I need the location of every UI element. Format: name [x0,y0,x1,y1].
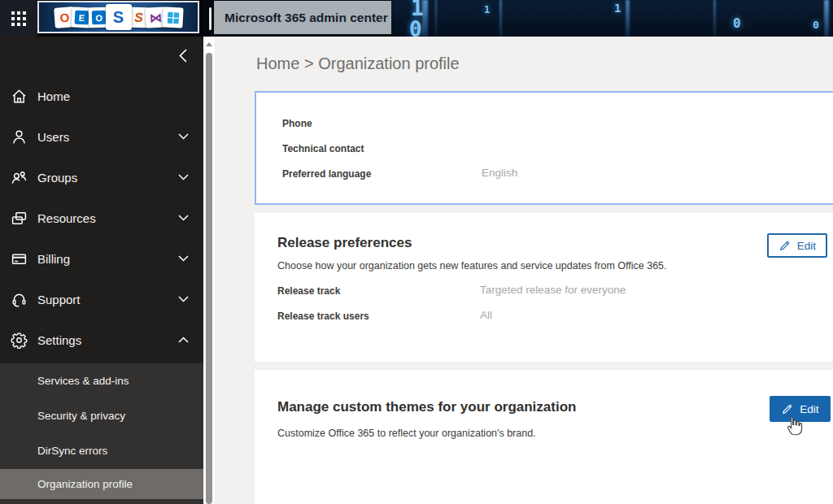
top-bar: O E O S S ⋈ [0,0,833,37]
custom-themes-card: Manage custom themes for your organizati… [255,370,833,504]
waffle-icon [11,11,26,26]
app-title[interactable]: Microsoft 365 admin center [214,1,391,34]
field-label-release-track-users: Release track users [277,311,369,322]
sidebar-item-billing[interactable]: Billing [0,238,203,279]
pencil-icon [778,240,791,252]
page: O E O S S ⋈ [0,0,833,504]
chevron-up-icon [177,333,190,346]
settings-submenu: Services & add-ins Security & privacy Di… [0,363,203,504]
scrollbar [203,37,215,504]
group-icon [9,167,28,187]
submenu-item-dirsync-errors[interactable]: DirSync errors [0,433,203,468]
breadcrumb-separator: > [304,54,318,72]
field-label-release-track: Release track [277,285,340,297]
scrollbar-thumb[interactable] [206,53,212,504]
submenu-item-services-add-ins[interactable]: Services & add-ins [0,363,203,398]
home-icon [9,86,28,106]
chevron-down-icon [177,252,190,265]
headset-icon [9,289,28,309]
submenu-item-organization-profile[interactable]: Organization profile [0,469,203,499]
gear-icon [9,330,28,350]
field-label-technical-contact: Technical contact [282,143,364,154]
chevron-down-icon [177,293,190,306]
chevron-down-icon [177,211,190,224]
sharepoint-icon: S [106,4,132,30]
field-value-preferred-language: English [482,167,517,179]
app-launcher-button[interactable] [0,0,37,37]
windows-icon [162,7,183,28]
breadcrumb-current: Organization profile [318,54,459,72]
mouse-cursor [784,415,805,442]
resources-icon [9,208,28,228]
submenu-item-security-privacy[interactable]: Security & privacy [0,398,203,433]
sidebar-item-users[interactable]: Users [0,116,203,157]
release-preferences-description: Choose how your organization gets new fe… [277,260,667,272]
sidebar-item-settings[interactable]: Settings [0,319,203,360]
chevron-down-icon [177,130,190,143]
chevron-down-icon [177,171,190,184]
sidebar-collapse-button[interactable] [169,43,197,67]
release-preferences-title: Release preferences [277,235,412,251]
sidebar: Home Users Groups [0,37,203,504]
sidebar-item-resources[interactable]: Resources [0,198,203,238]
user-icon [9,127,28,146]
organization-profile-card: Phone Technical contact Preferred langua… [255,91,833,205]
custom-themes-title: Manage custom themes for your organizati… [277,399,576,415]
office-apps-banner: O E O S S ⋈ [37,1,199,33]
scrollbar-up-arrow[interactable] [206,42,212,46]
field-value-release-track-users: All [480,309,492,321]
release-preferences-card: Release preferences Choose how your orga… [255,213,833,362]
header-background-image: 1 0 1 1 0 0 [391,0,833,37]
breadcrumb-home-link[interactable]: Home [256,54,299,72]
chevron-left-icon [179,49,187,63]
breadcrumb: Home > Organization profile [256,54,460,73]
edit-release-preferences-button[interactable]: Edit [767,233,827,258]
field-label-phone: Phone [282,118,312,129]
header-divider [209,7,212,30]
field-value-release-track: Targeted release for everyone [480,284,626,296]
credit-card-icon [9,249,28,268]
sidebar-item-support[interactable]: Support [0,279,203,319]
pencil-icon [781,403,793,415]
main-content: Home > Organization profile Phone Techni… [215,37,833,504]
sidebar-item-groups[interactable]: Groups [0,157,203,198]
custom-themes-description: Customize Office 365 to reflect your org… [277,428,536,439]
sidebar-item-home[interactable]: Home [0,76,203,116]
field-label-preferred-language: Preferred language [282,168,371,180]
